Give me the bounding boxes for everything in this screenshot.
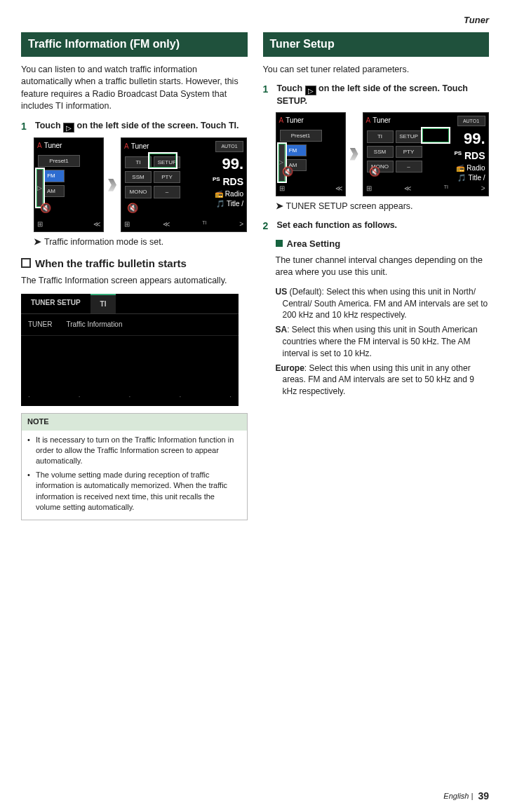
screenshot-row-setup: ATuner Preset1 FM AM ▷ 🔇 ⊞≪ ATunerAUTO1 … — [276, 112, 490, 196]
auto-button: AUTO1 — [457, 116, 485, 127]
auto-button: AUTO1 — [215, 141, 243, 152]
step-number: 1 — [21, 120, 31, 134]
note-item-1: It is necessary to turn on the Traffic I… — [36, 435, 241, 467]
step-2-setup: 2 Set each function as follows. — [263, 219, 490, 234]
step-1-traffic: 1 Touch ▷ on the left side of the screen… — [21, 120, 248, 134]
note-title: NOTE — [22, 414, 247, 430]
music-icon: 🎵 — [216, 199, 224, 209]
frequency-display: 99. — [454, 128, 485, 150]
side-tab-icon: ▷ — [63, 123, 74, 133]
grid-icon: ⊞ — [279, 184, 285, 194]
mono-button: MONO — [125, 186, 152, 198]
step1-text-b: on the left side of the screen. Touch — [74, 121, 229, 130]
ti-row-value: Traffic Information — [66, 320, 122, 330]
preset-button: Preset1 — [280, 130, 322, 142]
ssm-button: SSM — [367, 146, 394, 158]
screenshot-traffic-info: TUNER SETUP TI TUNER Traffic Information… — [21, 294, 239, 406]
radio-icon: 📻 — [456, 163, 464, 173]
tab-ti: TI — [90, 294, 116, 313]
screenshot-tuner-collapsed: ATuner Preset1 FM AM ▷ 🔇 ⊞≪ — [276, 112, 346, 196]
intro-traffic: You can listen to and watch traffic info… — [21, 64, 248, 113]
arrow-icon — [350, 148, 358, 161]
option-europe: Europe: Select this when using this unit… — [276, 363, 490, 398]
step1-ti: TI — [229, 121, 236, 130]
intro-setup: You can set tuner related parameters. — [263, 64, 490, 76]
music-icon: 🎵 — [457, 173, 466, 183]
grid-icon: ⊞ — [37, 219, 43, 229]
dash-button: – — [396, 161, 422, 172]
frequency-display: 99. — [213, 154, 243, 175]
radio-icon: 📻 — [215, 189, 223, 199]
option-us: US (Default): Select this when using thi… — [276, 286, 490, 321]
rds-label: PS RDS — [213, 175, 243, 189]
step-number: 2 — [263, 219, 273, 234]
chevron-right-icon: ➤ — [34, 236, 41, 249]
screenshot-tuner-expanded-ti: ATunerAUTO1 TISETUP SSMPTY MONO– 99. PS … — [121, 137, 247, 232]
pty-button: PTY — [396, 146, 422, 158]
tab-tuner-setup: TUNER SETUP — [21, 294, 90, 313]
step1-text-a: Touch — [35, 121, 63, 130]
mute-icon: 🔇 — [369, 165, 380, 178]
preset-button: Preset1 — [38, 155, 80, 167]
option-sa: SA: Select this when using this unit in … — [276, 324, 490, 359]
step1-text-d: . — [236, 121, 239, 130]
seek-left-icon: ≪ — [404, 184, 411, 194]
footer-page-number: 39 — [478, 790, 489, 801]
square-solid-icon — [276, 240, 283, 247]
highlight-setup — [421, 127, 450, 144]
seek-left-icon: ≪ — [93, 219, 100, 229]
grid-icon: ⊞ — [366, 184, 372, 194]
rds-label: PS RDS — [454, 149, 485, 163]
dash-button: – — [154, 186, 180, 198]
screenshot-row-traffic: ATuner Preset1 FM AM ▷ 🔇 ⊞≪ ATunerAUTO1 … — [34, 137, 248, 232]
seek-left-icon: ≪ — [163, 219, 170, 229]
screenshot-tuner-collapsed: ATuner Preset1 FM AM ▷ 🔇 ⊞≪ — [34, 137, 104, 232]
ti-row-label: TUNER — [28, 320, 52, 330]
highlight-ti — [148, 152, 177, 169]
ssm-button: SSM — [125, 171, 152, 183]
result-setup: ➤ TUNER SETUP screen appears. — [276, 201, 490, 213]
step-number: 1 — [263, 83, 273, 108]
footer-language: English — [443, 792, 469, 800]
square-icon — [21, 258, 31, 268]
step-1-setup: 1 Touch ▷ on the left side of the screen… — [263, 83, 490, 108]
screenshot-tuner-expanded-setup: ATunerAUTO1 TISETUP SSMPTY MONO– 99. PS … — [363, 112, 489, 196]
antenna-icon: A — [124, 142, 129, 151]
area-setting-heading: Area Setting — [276, 238, 490, 250]
step1-text-a: Touch — [277, 83, 305, 93]
right-column: Tuner Setup You can set tuner related pa… — [263, 32, 490, 520]
page-footer: English | 39 — [443, 790, 489, 804]
section-title-setup: Tuner Setup — [263, 32, 490, 56]
mute-icon: 🔇 — [127, 202, 138, 215]
setup-button: SETUP — [396, 130, 422, 142]
chevron-right-icon: ➤ — [276, 201, 283, 213]
note-box: NOTE •It is necessary to turn on the Tra… — [21, 413, 248, 520]
section-title-traffic: Traffic Information (FM only) — [21, 32, 248, 56]
seek-left-icon: ≪ — [335, 184, 342, 194]
antenna-icon: A — [366, 116, 371, 126]
ti-button: TI — [367, 130, 394, 142]
grid-icon: ⊞ — [124, 219, 130, 229]
result-traffic: ➤ Traffic information mode is set. — [34, 236, 248, 249]
step1-text-d: . — [305, 96, 307, 106]
side-tab-icon: ▷ — [305, 86, 316, 95]
page-header: Tuner — [21, 14, 489, 27]
step1-setup-label: SETUP — [277, 96, 305, 106]
subheading-bulletin: When the traffic bulletin starts — [21, 256, 248, 271]
seek-right-icon: > — [239, 219, 243, 229]
antenna-icon: A — [37, 141, 42, 151]
arrow-icon — [108, 179, 116, 191]
sub-text: The Traffic Information screen appears a… — [21, 275, 248, 287]
step1-text-b: on the left side of the screen. Touch — [316, 83, 468, 93]
mute-icon: 🔇 — [40, 202, 51, 215]
area-setting-text: The tuner channel interval changes depen… — [276, 255, 490, 279]
mute-icon: 🔇 — [282, 165, 293, 178]
left-column: Traffic Information (FM only) You can li… — [21, 32, 248, 520]
pty-button: PTY — [154, 171, 180, 183]
note-item-2: The volume setting made during reception… — [36, 470, 241, 513]
seek-right-icon: > — [481, 184, 485, 194]
antenna-icon: A — [279, 116, 284, 126]
